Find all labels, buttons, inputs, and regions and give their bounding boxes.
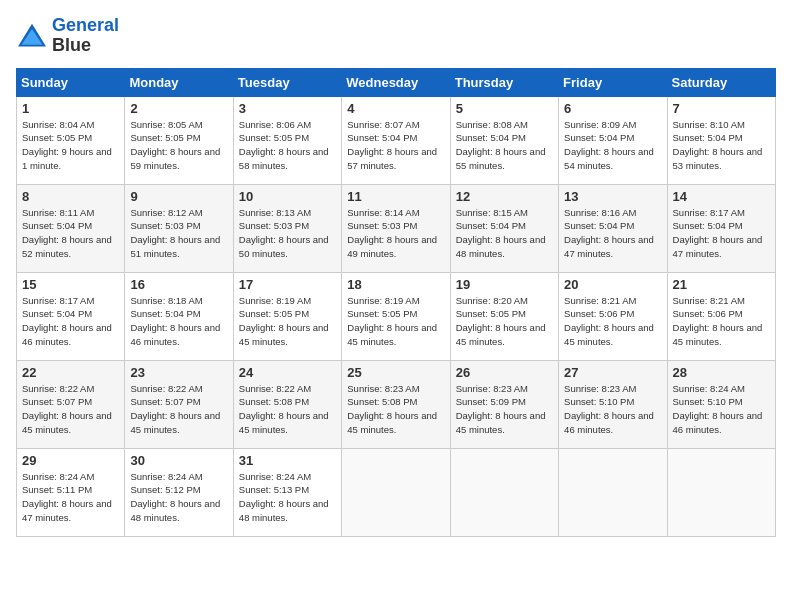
day-info: Sunrise: 8:17 AM Sunset: 5:04 PM Dayligh…: [673, 206, 770, 261]
day-info: Sunrise: 8:21 AM Sunset: 5:06 PM Dayligh…: [564, 294, 661, 349]
logo-icon: [16, 22, 48, 50]
page-header: General Blue: [16, 16, 776, 56]
logo: General Blue: [16, 16, 119, 56]
day-info: Sunrise: 8:14 AM Sunset: 5:03 PM Dayligh…: [347, 206, 444, 261]
day-info: Sunrise: 8:08 AM Sunset: 5:04 PM Dayligh…: [456, 118, 553, 173]
day-info: Sunrise: 8:12 AM Sunset: 5:03 PM Dayligh…: [130, 206, 227, 261]
day-number: 15: [22, 277, 119, 292]
day-number: 25: [347, 365, 444, 380]
day-number: 8: [22, 189, 119, 204]
calendar-cell: 28 Sunrise: 8:24 AM Sunset: 5:10 PM Dayl…: [667, 360, 775, 448]
calendar-cell: 3 Sunrise: 8:06 AM Sunset: 5:05 PM Dayli…: [233, 96, 341, 184]
day-number: 2: [130, 101, 227, 116]
weekday-header: Saturday: [667, 68, 775, 96]
calendar-header-row: SundayMondayTuesdayWednesdayThursdayFrid…: [17, 68, 776, 96]
day-number: 3: [239, 101, 336, 116]
calendar-cell: 14 Sunrise: 8:17 AM Sunset: 5:04 PM Dayl…: [667, 184, 775, 272]
calendar-cell: [450, 448, 558, 536]
day-info: Sunrise: 8:19 AM Sunset: 5:05 PM Dayligh…: [347, 294, 444, 349]
calendar-cell: 11 Sunrise: 8:14 AM Sunset: 5:03 PM Dayl…: [342, 184, 450, 272]
day-number: 17: [239, 277, 336, 292]
calendar-cell: 5 Sunrise: 8:08 AM Sunset: 5:04 PM Dayli…: [450, 96, 558, 184]
calendar-cell: 19 Sunrise: 8:20 AM Sunset: 5:05 PM Dayl…: [450, 272, 558, 360]
calendar-cell: 10 Sunrise: 8:13 AM Sunset: 5:03 PM Dayl…: [233, 184, 341, 272]
calendar-cell: 17 Sunrise: 8:19 AM Sunset: 5:05 PM Dayl…: [233, 272, 341, 360]
calendar-cell: 22 Sunrise: 8:22 AM Sunset: 5:07 PM Dayl…: [17, 360, 125, 448]
day-info: Sunrise: 8:11 AM Sunset: 5:04 PM Dayligh…: [22, 206, 119, 261]
calendar-week-row: 29 Sunrise: 8:24 AM Sunset: 5:11 PM Dayl…: [17, 448, 776, 536]
day-info: Sunrise: 8:19 AM Sunset: 5:05 PM Dayligh…: [239, 294, 336, 349]
day-info: Sunrise: 8:06 AM Sunset: 5:05 PM Dayligh…: [239, 118, 336, 173]
weekday-header: Tuesday: [233, 68, 341, 96]
weekday-header: Wednesday: [342, 68, 450, 96]
day-number: 31: [239, 453, 336, 468]
day-info: Sunrise: 8:22 AM Sunset: 5:08 PM Dayligh…: [239, 382, 336, 437]
calendar-cell: 13 Sunrise: 8:16 AM Sunset: 5:04 PM Dayl…: [559, 184, 667, 272]
calendar-cell: 18 Sunrise: 8:19 AM Sunset: 5:05 PM Dayl…: [342, 272, 450, 360]
weekday-header: Monday: [125, 68, 233, 96]
calendar-cell: [667, 448, 775, 536]
calendar-cell: 6 Sunrise: 8:09 AM Sunset: 5:04 PM Dayli…: [559, 96, 667, 184]
day-info: Sunrise: 8:21 AM Sunset: 5:06 PM Dayligh…: [673, 294, 770, 349]
day-info: Sunrise: 8:23 AM Sunset: 5:09 PM Dayligh…: [456, 382, 553, 437]
day-info: Sunrise: 8:24 AM Sunset: 5:13 PM Dayligh…: [239, 470, 336, 525]
day-number: 18: [347, 277, 444, 292]
calendar-cell: 2 Sunrise: 8:05 AM Sunset: 5:05 PM Dayli…: [125, 96, 233, 184]
calendar-cell: [559, 448, 667, 536]
weekday-header: Sunday: [17, 68, 125, 96]
day-number: 27: [564, 365, 661, 380]
day-info: Sunrise: 8:18 AM Sunset: 5:04 PM Dayligh…: [130, 294, 227, 349]
day-info: Sunrise: 8:22 AM Sunset: 5:07 PM Dayligh…: [130, 382, 227, 437]
calendar-week-row: 22 Sunrise: 8:22 AM Sunset: 5:07 PM Dayl…: [17, 360, 776, 448]
day-info: Sunrise: 8:23 AM Sunset: 5:10 PM Dayligh…: [564, 382, 661, 437]
calendar-cell: 23 Sunrise: 8:22 AM Sunset: 5:07 PM Dayl…: [125, 360, 233, 448]
calendar-cell: 26 Sunrise: 8:23 AM Sunset: 5:09 PM Dayl…: [450, 360, 558, 448]
day-number: 24: [239, 365, 336, 380]
day-info: Sunrise: 8:23 AM Sunset: 5:08 PM Dayligh…: [347, 382, 444, 437]
day-info: Sunrise: 8:20 AM Sunset: 5:05 PM Dayligh…: [456, 294, 553, 349]
calendar-cell: 8 Sunrise: 8:11 AM Sunset: 5:04 PM Dayli…: [17, 184, 125, 272]
day-number: 20: [564, 277, 661, 292]
calendar-cell: 21 Sunrise: 8:21 AM Sunset: 5:06 PM Dayl…: [667, 272, 775, 360]
day-info: Sunrise: 8:22 AM Sunset: 5:07 PM Dayligh…: [22, 382, 119, 437]
day-number: 16: [130, 277, 227, 292]
day-number: 9: [130, 189, 227, 204]
day-info: Sunrise: 8:24 AM Sunset: 5:11 PM Dayligh…: [22, 470, 119, 525]
calendar-cell: 27 Sunrise: 8:23 AM Sunset: 5:10 PM Dayl…: [559, 360, 667, 448]
day-number: 6: [564, 101, 661, 116]
logo-text: General Blue: [52, 16, 119, 56]
calendar-cell: 9 Sunrise: 8:12 AM Sunset: 5:03 PM Dayli…: [125, 184, 233, 272]
day-info: Sunrise: 8:24 AM Sunset: 5:12 PM Dayligh…: [130, 470, 227, 525]
day-info: Sunrise: 8:15 AM Sunset: 5:04 PM Dayligh…: [456, 206, 553, 261]
day-number: 13: [564, 189, 661, 204]
day-info: Sunrise: 8:24 AM Sunset: 5:10 PM Dayligh…: [673, 382, 770, 437]
calendar-cell: 31 Sunrise: 8:24 AM Sunset: 5:13 PM Dayl…: [233, 448, 341, 536]
calendar-week-row: 8 Sunrise: 8:11 AM Sunset: 5:04 PM Dayli…: [17, 184, 776, 272]
day-info: Sunrise: 8:07 AM Sunset: 5:04 PM Dayligh…: [347, 118, 444, 173]
day-number: 10: [239, 189, 336, 204]
day-info: Sunrise: 8:13 AM Sunset: 5:03 PM Dayligh…: [239, 206, 336, 261]
day-info: Sunrise: 8:05 AM Sunset: 5:05 PM Dayligh…: [130, 118, 227, 173]
calendar-cell: 1 Sunrise: 8:04 AM Sunset: 5:05 PM Dayli…: [17, 96, 125, 184]
day-number: 4: [347, 101, 444, 116]
weekday-header: Thursday: [450, 68, 558, 96]
weekday-header: Friday: [559, 68, 667, 96]
calendar-table: SundayMondayTuesdayWednesdayThursdayFrid…: [16, 68, 776, 537]
calendar-cell: 15 Sunrise: 8:17 AM Sunset: 5:04 PM Dayl…: [17, 272, 125, 360]
day-info: Sunrise: 8:04 AM Sunset: 5:05 PM Dayligh…: [22, 118, 119, 173]
day-number: 12: [456, 189, 553, 204]
day-number: 30: [130, 453, 227, 468]
day-number: 14: [673, 189, 770, 204]
calendar-cell: 30 Sunrise: 8:24 AM Sunset: 5:12 PM Dayl…: [125, 448, 233, 536]
day-info: Sunrise: 8:10 AM Sunset: 5:04 PM Dayligh…: [673, 118, 770, 173]
day-number: 29: [22, 453, 119, 468]
calendar-cell: 7 Sunrise: 8:10 AM Sunset: 5:04 PM Dayli…: [667, 96, 775, 184]
day-number: 7: [673, 101, 770, 116]
calendar-week-row: 1 Sunrise: 8:04 AM Sunset: 5:05 PM Dayli…: [17, 96, 776, 184]
calendar-cell: 20 Sunrise: 8:21 AM Sunset: 5:06 PM Dayl…: [559, 272, 667, 360]
calendar-week-row: 15 Sunrise: 8:17 AM Sunset: 5:04 PM Dayl…: [17, 272, 776, 360]
day-number: 1: [22, 101, 119, 116]
calendar-body: 1 Sunrise: 8:04 AM Sunset: 5:05 PM Dayli…: [17, 96, 776, 536]
calendar-cell: 24 Sunrise: 8:22 AM Sunset: 5:08 PM Dayl…: [233, 360, 341, 448]
day-number: 11: [347, 189, 444, 204]
